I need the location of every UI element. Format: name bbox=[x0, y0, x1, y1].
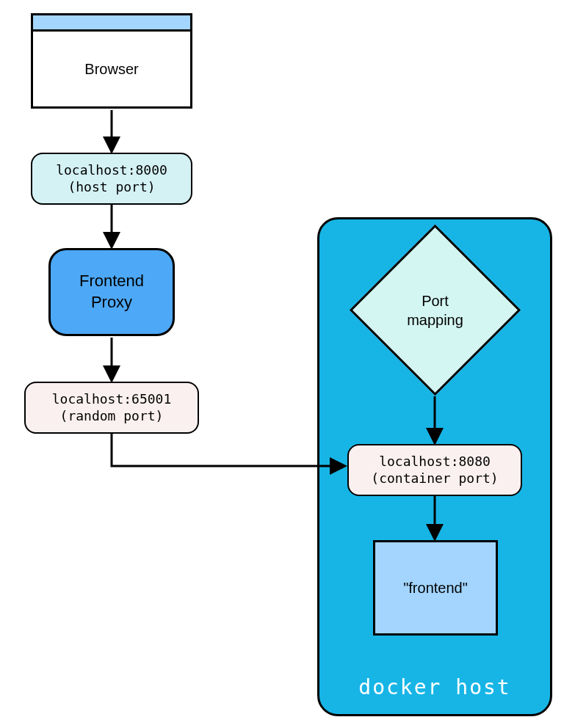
container-port-node: localhost:8080 (container port) bbox=[347, 444, 522, 496]
container-port-line2: (container port) bbox=[371, 470, 498, 487]
random-port-node: localhost:65001 (random port) bbox=[24, 382, 199, 434]
frontend-label: "frontend" bbox=[403, 578, 468, 597]
proxy-line2: Proxy bbox=[91, 292, 132, 313]
host-port-line1: localhost:8000 bbox=[56, 161, 167, 178]
port-mapping-line1: Port bbox=[422, 293, 449, 309]
container-port-line1: localhost:8080 bbox=[379, 453, 491, 470]
browser-label: Browser bbox=[33, 32, 190, 106]
host-port-node: localhost:8000 (host port) bbox=[31, 153, 192, 205]
arrow-randomport-to-docker bbox=[112, 433, 343, 466]
frontend-node: "frontend" bbox=[373, 540, 498, 636]
frontend-proxy-node: Frontend Proxy bbox=[48, 248, 175, 336]
port-mapping-line2: mapping bbox=[407, 312, 463, 328]
browser-text: Browser bbox=[84, 59, 138, 79]
random-port-line2: (random port) bbox=[60, 407, 164, 424]
port-mapping-text: Port mapping bbox=[375, 250, 496, 371]
host-port-line2: (host port) bbox=[68, 178, 155, 195]
random-port-line1: localhost:65001 bbox=[52, 390, 172, 407]
browser-node: Browser bbox=[31, 13, 192, 109]
port-mapping-node: Port mapping bbox=[375, 250, 496, 371]
docker-host-label: docker host bbox=[319, 675, 550, 699]
browser-titlebar bbox=[33, 15, 190, 32]
proxy-line1: Frontend bbox=[79, 271, 144, 292]
